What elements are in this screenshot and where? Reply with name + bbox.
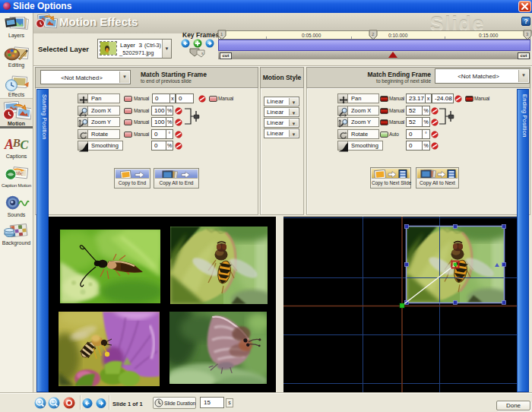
svg-text:B: B bbox=[11, 136, 20, 149]
svg-text:C: C bbox=[20, 138, 28, 151]
